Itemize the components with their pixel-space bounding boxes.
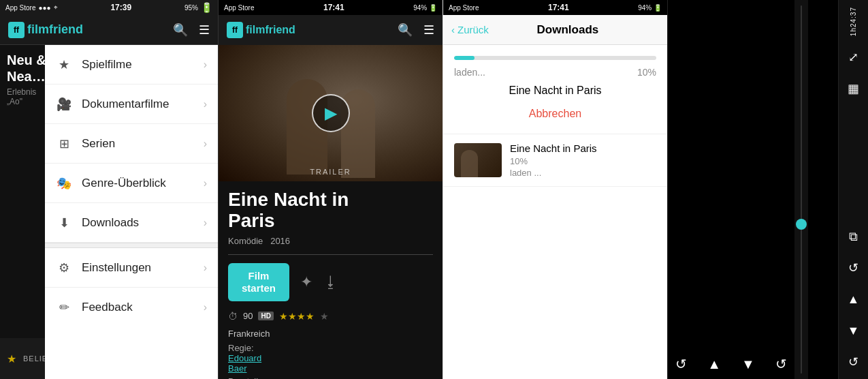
downloads-icon: ⬇ — [56, 215, 72, 230]
movie-poster: ▶ TRAILER — [219, 45, 443, 181]
feedback-label: Feedback — [82, 301, 133, 314]
menu-overlay: ★ Spielfilme › 🎥 Dokumentarfilme › ⊞ Ser… — [45, 45, 218, 379]
clock-icon: ⏱ — [228, 311, 238, 322]
download-list-item[interactable]: Eine Nacht in Paris 10% laden ... — [443, 134, 667, 187]
video-right-controls: 1h24:37 ⤢ ▦ ⧉ ↺ ▲ ▼ ↺ — [838, 0, 868, 379]
down-icon[interactable]: ▼ — [741, 357, 755, 372]
abbrechen-button[interactable]: Abbrechen — [454, 105, 656, 123]
replay-icon[interactable]: ↺ — [675, 356, 687, 372]
movie-actions: Filmstarten ✦ ⭳ — [228, 263, 433, 301]
play-trailer-button[interactable]: ▶ — [312, 94, 350, 132]
chevron-icon: › — [204, 177, 207, 190]
carrier-p2: App Store — [224, 4, 254, 12]
back-label: Zurück — [457, 24, 489, 35]
hamburger-icon[interactable]: ☰ — [199, 22, 210, 37]
movie-cast: Darsteller: Audrey Tautou — [228, 376, 433, 379]
download-progress-card: laden... 10% Eine Nacht in Paris Abbrech… — [443, 45, 667, 134]
movie-title: Eine Nacht in Paris — [228, 190, 433, 232]
menu-item-genre[interactable]: 🎭 Genre-Überblick › — [45, 164, 218, 203]
download-item-status: laden ... — [510, 168, 656, 178]
star-icon: ★ — [7, 352, 16, 365]
download-thumbnail — [454, 143, 502, 177]
down-icon-right[interactable]: ▼ — [843, 320, 864, 341]
genre-icon: 🎭 — [56, 176, 72, 191]
dokumentarfilme-label: Dokumentarfilme — [82, 97, 170, 111]
panel4-video-player: ↺ ▲ ▼ ↺ 1h24:37 ⤢ ▦ ⧉ ↺ ▲ ▼ ↺ — [667, 0, 868, 379]
wifi-icon: ⌖ — [54, 3, 58, 12]
progress-labels: laden... 10% — [454, 67, 656, 78]
search-icon-p2[interactable]: 🔍 — [398, 22, 413, 37]
status-bar-panel1: App Store ●●● ⌖ 17:39 95% 🔋 — [0, 0, 218, 15]
time-p3: 17:41 — [548, 3, 569, 12]
menu-item-einstellungen[interactable]: ⚙ Einstellungen › — [45, 248, 218, 288]
logo-text-p2: filmfriend — [246, 24, 295, 36]
battery-p2: 94% 🔋 — [413, 4, 437, 12]
scrubber-track[interactable] — [801, 5, 802, 374]
star-empty: ★ — [320, 311, 329, 322]
panel2-film-detail: App Store 17:41 94% 🔋 ff filmfriend 🔍 ☰ … — [218, 0, 443, 379]
spielfilme-label: Spielfilme — [82, 58, 132, 72]
menu-item-serien[interactable]: ⊞ Serien › — [45, 124, 218, 164]
video-area[interactable]: ↺ ▲ ▼ ↺ — [668, 0, 838, 379]
progress-percent: 10% — [637, 67, 656, 78]
status-right: 95% 🔋 — [184, 2, 212, 13]
genre-label: Genre-Überblick — [82, 177, 166, 190]
logo-icon-p2: ff — [227, 22, 243, 38]
time-p2: 17:41 — [323, 3, 344, 12]
chevron-icon: › — [204, 59, 207, 71]
movie-stats: ⏱ 90 HD ★★★★★ — [228, 311, 433, 322]
download-item-info: Eine Nacht in Paris 10% laden ... — [510, 142, 656, 178]
bottom-controls-row: ↺ ▲ ▼ ↺ — [675, 356, 787, 372]
download-movie-title: Eine Nacht in Paris — [454, 85, 656, 97]
chevron-icon: › — [204, 217, 207, 229]
panel1-header: ff filmfriend 🔍 ☰ — [0, 15, 218, 45]
battery-label: 95% — [184, 4, 198, 12]
download-item-title: Eine Nacht in Paris — [510, 142, 656, 154]
signal-bars: ●●● — [38, 4, 50, 12]
up-icon[interactable]: ▲ — [707, 357, 721, 372]
panel3-header: ‹ Zurück Downloads — [443, 15, 667, 45]
logo-text-label: filmfriend — [27, 22, 83, 37]
chevron-icon: › — [204, 262, 207, 274]
resize-icon[interactable]: ⤢ — [843, 47, 864, 67]
menu-item-downloads[interactable]: ⬇ Downloads › — [45, 203, 218, 243]
director-link[interactable]: Edouard Baer — [228, 353, 261, 374]
downloads-title: Downloads — [497, 23, 659, 37]
movie-meta: Komödie 2016 — [228, 236, 433, 246]
movie-director: Regie: Edouard Baer — [228, 343, 433, 374]
dokumentarfilme-icon: 🎥 — [56, 97, 72, 112]
up-icon-right[interactable]: ▲ — [843, 289, 864, 309]
serien-icon: ⊞ — [56, 136, 72, 151]
video-scrubber[interactable] — [794, 0, 808, 379]
status-bar-panel3: App Store 17:41 94% 🔋 — [443, 0, 667, 15]
filmfriend-logo: ff filmfriend — [8, 22, 83, 38]
scrubber-thumb[interactable] — [796, 219, 807, 230]
menu-item-spielfilme[interactable]: ★ Spielfilme › — [45, 45, 218, 85]
replay2-icon[interactable]: ↺ — [775, 356, 787, 372]
film-starten-button[interactable]: Filmstarten — [228, 263, 289, 301]
menu-icon-p2[interactable]: ☰ — [423, 22, 434, 37]
movie-info: Eine Nacht in Paris Komödie 2016 Filmsta… — [219, 181, 443, 379]
search-icon[interactable]: 🔍 — [173, 22, 188, 37]
menu-item-feedback[interactable]: ✏ Feedback › — [45, 288, 218, 327]
replay3-icon-right[interactable]: ↺ — [843, 352, 864, 372]
header-icons-p2: 🔍 ☰ — [398, 22, 434, 37]
panel1-menu: App Store ●●● ⌖ 17:39 95% 🔋 ff filmfrien… — [0, 0, 218, 379]
back-button[interactable]: ‹ Zurück — [451, 24, 489, 35]
chevron-icon: › — [204, 98, 207, 110]
replay-icon-right[interactable]: ↺ — [843, 258, 864, 278]
status-left: App Store ●●● ⌖ — [5, 3, 58, 12]
download-item-pct: 10% — [510, 156, 656, 166]
menu-separator — [45, 243, 218, 248]
status-bar-panel2: App Store 17:41 94% 🔋 — [219, 0, 443, 15]
header-icons: 🔍 ☰ — [173, 22, 210, 37]
filmfriend-logo-p2: ff filmfriend — [227, 22, 295, 38]
share-icon[interactable]: ✦ — [300, 273, 312, 291]
thumb-figure — [461, 150, 478, 177]
video-bottom-controls: ↺ ▲ ▼ ↺ — [668, 311, 794, 379]
menu-item-dokumentarfilme[interactable]: 🎥 Dokumentarfilme › — [45, 85, 218, 124]
chart-icon[interactable]: ▦ — [843, 78, 864, 99]
download-icon[interactable]: ⭳ — [323, 273, 338, 291]
clip-icon[interactable]: ⧉ — [843, 226, 864, 247]
panel2-header: ff filmfriend 🔍 ☰ — [219, 15, 443, 45]
